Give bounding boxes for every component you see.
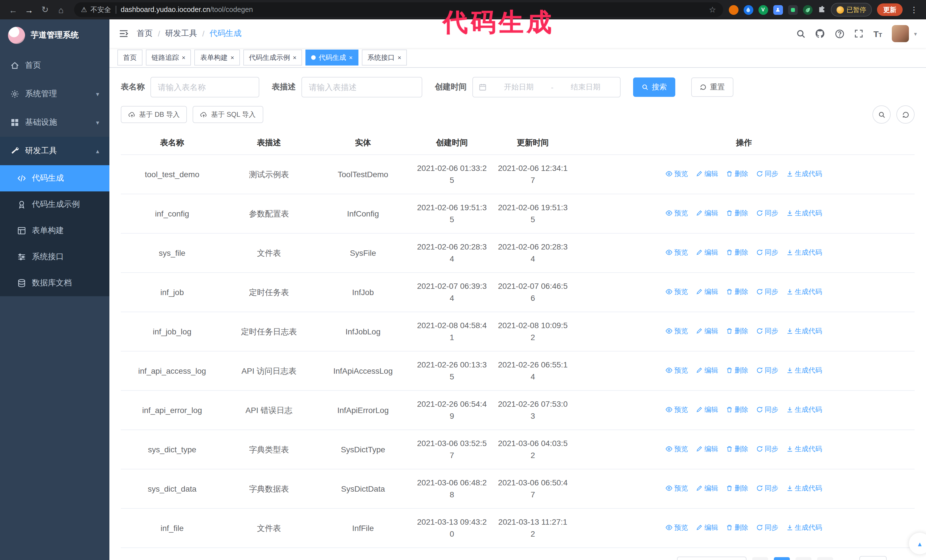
import-db-button[interactable]: 基于 DB 导入 [121,106,187,123]
sidebar-item-system-management[interactable]: 系统管理 ▾ [0,80,109,108]
sync-link[interactable]: 同步 [756,286,778,296]
browser-update-button[interactable]: 更新 [877,3,903,16]
preview-link[interactable]: 预览 [666,404,688,414]
delete-link[interactable]: 删除 [726,444,748,454]
edit-link[interactable]: 编辑 [696,326,718,336]
sidebar-item-codegen[interactable]: 代码生成 [0,165,109,192]
sync-link[interactable]: 同步 [756,168,778,179]
edit-link[interactable]: 编辑 [696,365,718,375]
avatar-caret-down-icon[interactable]: ▾ [914,30,917,37]
github-icon[interactable] [815,29,825,38]
browser-reload-button[interactable]: ↻ [38,2,53,17]
preview-link[interactable]: 预览 [666,247,688,257]
edit-link[interactable]: 编辑 [696,247,718,257]
preview-link[interactable]: 预览 [666,444,688,454]
edit-link[interactable]: 编辑 [696,522,718,532]
delete-link[interactable]: 删除 [726,286,748,296]
generate-code-link[interactable]: 生成代码 [787,404,822,414]
delete-link[interactable]: 删除 [726,483,748,493]
delete-link[interactable]: 删除 [726,522,748,532]
generate-code-link[interactable]: 生成代码 [787,522,822,532]
delete-link[interactable]: 删除 [726,326,748,336]
bookmark-star-icon[interactable]: ☆ [709,5,716,14]
goto-page-input[interactable] [859,556,887,560]
sync-link[interactable]: 同步 [756,483,778,493]
preview-link[interactable]: 预览 [666,522,688,532]
breadcrumb-home[interactable]: 首页 [137,29,153,39]
edit-link[interactable]: 编辑 [696,286,718,296]
table-name-input[interactable] [150,77,259,97]
next-page-button[interactable]: › [817,557,833,560]
tab-home[interactable]: 首页 [117,50,142,65]
delete-link[interactable]: 删除 [726,168,748,179]
edit-link[interactable]: 编辑 [696,444,718,454]
fox-extension-icon[interactable] [729,5,738,15]
prev-page-button[interactable]: ‹ [752,557,768,560]
close-icon[interactable]: × [398,54,401,61]
browser-home-button[interactable]: ⌂ [54,2,68,17]
sidebar-item-codegen-example[interactable]: 代码生成示例 [0,192,109,217]
sync-link[interactable]: 同步 [756,326,778,336]
security-status[interactable]: ⚠ 不安全 [81,5,111,15]
leaf-extension-icon[interactable] [803,5,812,15]
tab-form-builder[interactable]: 表单构建× [195,50,240,65]
browser-back-button[interactable]: ← [6,2,21,17]
preview-link[interactable]: 预览 [666,286,688,296]
delete-link[interactable]: 删除 [726,208,748,218]
sidebar-item-form-builder[interactable]: 表单构建 [0,217,109,244]
sync-link[interactable]: 同步 [756,365,778,375]
hamburger-icon[interactable] [118,29,129,39]
browser-menu-kebab-icon[interactable]: ⋮ [908,5,920,14]
font-size-icon[interactable]: TT [873,29,882,38]
preview-link[interactable]: 预览 [666,365,688,375]
generate-code-link[interactable]: 生成代码 [787,326,822,336]
breadcrumb-dev-tools[interactable]: 研发工具 [165,29,197,39]
page-button-2[interactable]: 2 [796,557,811,560]
edit-link[interactable]: 编辑 [696,483,718,493]
sync-link[interactable]: 同步 [756,208,778,218]
generate-code-link[interactable]: 生成代码 [787,168,822,179]
sidebar-item-home[interactable]: 首页 [0,51,109,80]
sync-link[interactable]: 同步 [756,247,778,257]
v-extension-icon[interactable]: V [758,5,768,15]
address-bar[interactable]: ⚠ 不安全 dashboard.yudao.iocoder.cn/tool/co… [74,2,723,17]
sidebar-item-db-doc[interactable]: 数据库文档 [0,270,109,296]
sidebar-item-infrastructure[interactable]: 基础设施 ▾ [0,108,109,137]
page-button-1[interactable]: 1 [774,557,790,560]
date-range-picker[interactable]: 开始日期 - 结束日期 [472,77,620,97]
refresh-table-button[interactable] [896,106,915,124]
toggle-search-button[interactable] [872,106,891,124]
fullscreen-icon[interactable] [854,29,864,38]
delete-link[interactable]: 删除 [726,365,748,375]
edit-link[interactable]: 编辑 [696,168,718,179]
browser-forward-button[interactable]: → [22,2,36,17]
reset-button[interactable]: 重置 [691,77,733,97]
table-desc-input[interactable] [301,77,422,97]
generate-code-link[interactable]: 生成代码 [787,483,822,493]
edit-link[interactable]: 编辑 [696,404,718,414]
preview-link[interactable]: 预览 [666,208,688,218]
page-size-select[interactable]: 10条/页 ▾ [677,557,746,560]
preview-link[interactable]: 预览 [666,168,688,179]
tab-codegen-example[interactable]: 代码生成示例× [243,50,302,65]
sync-link[interactable]: 同步 [756,522,778,532]
logo-row[interactable]: 芋道管理系统 [0,20,109,51]
generate-code-link[interactable]: 生成代码 [787,247,822,257]
close-icon[interactable]: × [182,54,186,61]
tab-codegen[interactable]: 代码生成× [306,50,359,65]
edit-link[interactable]: 编辑 [696,208,718,218]
extensions-puzzle-icon[interactable] [817,6,825,14]
drop-extension-icon[interactable] [743,5,753,15]
preview-link[interactable]: 预览 [666,483,688,493]
search-button[interactable]: 搜索 [633,77,675,97]
search-icon[interactable] [796,29,805,38]
close-icon[interactable]: × [230,54,234,61]
help-icon[interactable] [835,29,844,38]
sync-link[interactable]: 同步 [756,444,778,454]
preview-link[interactable]: 预览 [666,326,688,336]
sync-link[interactable]: 同步 [756,404,778,414]
close-icon[interactable]: × [349,54,353,61]
generate-code-link[interactable]: 生成代码 [787,365,822,375]
sidebar-item-dev-tools[interactable]: 研发工具 ▴ [0,137,109,165]
sidebar-item-system-api[interactable]: 系统接口 [0,244,109,270]
